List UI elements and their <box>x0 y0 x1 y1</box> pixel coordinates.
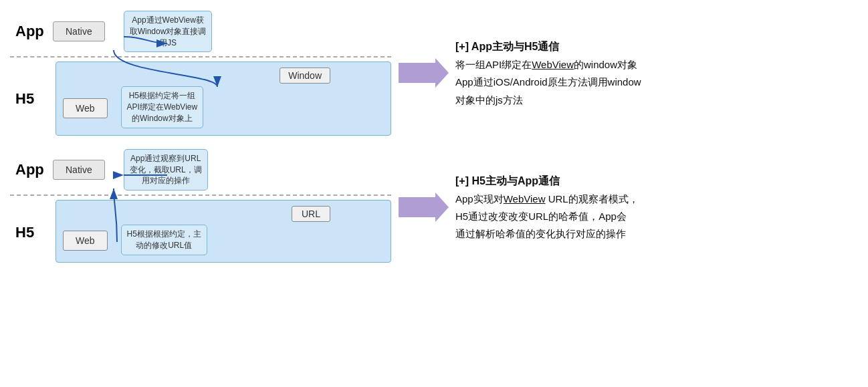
row1-description: [+] App主动与H5通信 将一组API绑定在WebView的window对象… <box>455 37 858 109</box>
web-box-row1: Web <box>63 98 108 118</box>
row1-desc-line1: 将一组API绑定在WebView的window对象 <box>455 56 858 74</box>
row1-desc-title: [+] App主动与H5通信 <box>455 37 858 56</box>
h5-container-row2: URL Web H5根据根据约定，主 动的修改URL值 <box>56 200 391 263</box>
svg-marker-5 <box>399 192 449 222</box>
row2-desc-line2: H5通过改变改变URL的哈希值，App会 <box>455 208 858 225</box>
app-callout-row1: App通过WebView获 取Window对象直接调 用JS <box>124 11 213 52</box>
h5-callout-row1: H5根据约定将一组 API绑定在WebView 的Window对象上 <box>121 86 204 128</box>
window-box-row1: Window <box>280 68 330 84</box>
app-zone-row2: App Native App通过观察到URL 变化，截取URL，调 用对应的操作 <box>10 145 391 195</box>
app-label-row1: App <box>15 23 47 40</box>
arrow-svg-row1 <box>399 56 449 90</box>
row1-arrow-right <box>397 56 450 90</box>
app-callout-row2: App通过观察到URL 变化，截取URL，调 用对应的操作 <box>124 149 208 190</box>
app-zone-row1: App Native App通过WebView获 取Window对象直接调 用J… <box>10 7 391 56</box>
web-box-row2: Web <box>63 231 108 251</box>
h5-zone-row2: H5 URL Web H5根据根据约定，主 动的修改URL值 <box>10 196 391 269</box>
h5-label-row2: H5 <box>15 224 34 241</box>
row1-diagram: App Native App通过WebView获 取Window对象直接调 用J… <box>10 7 391 140</box>
h5-callout-row2: H5根据根据约定，主 动的修改URL值 <box>121 225 207 255</box>
row1-desc-line2: App通过iOS/Android原生方法调用window <box>455 74 858 91</box>
row2-desc-line1: App实现对WebView URL的观察者模式， <box>455 190 858 208</box>
row2-desc-line3: 通过解析哈希值的变化执行对应的操作 <box>455 225 858 243</box>
app-label-row2: App <box>15 161 47 178</box>
row1: App Native App通过WebView获 取Window对象直接调 用J… <box>0 0 868 140</box>
url-box-row2: URL <box>292 206 330 222</box>
row2-diagram: App Native App通过观察到URL 变化，截取URL，调 用对应的操作… <box>10 145 391 269</box>
h5-zone-row1: H5 Window Web H5根据约定将一组 API绑定在WebView 的W… <box>10 57 391 139</box>
row2: App Native App通过观察到URL 变化，截取URL，调 用对应的操作… <box>0 140 868 269</box>
h5-container-row1: Window Web H5根据约定将一组 API绑定在WebView 的Wind… <box>56 61 391 135</box>
row2-arrow-right <box>397 190 450 224</box>
svg-marker-2 <box>399 58 449 88</box>
row1-desc-line3: 对象中的js方法 <box>455 92 858 109</box>
row2-description: [+] H5主动与App通信 App实现对WebView URL的观察者模式， … <box>455 172 858 243</box>
native-box-row2: Native <box>53 160 105 180</box>
native-box-row1: Native <box>53 21 105 41</box>
arrow-svg-row2 <box>399 190 449 224</box>
row2-desc-title: [+] H5主动与App通信 <box>455 172 858 190</box>
h5-label-row1: H5 <box>15 90 34 108</box>
